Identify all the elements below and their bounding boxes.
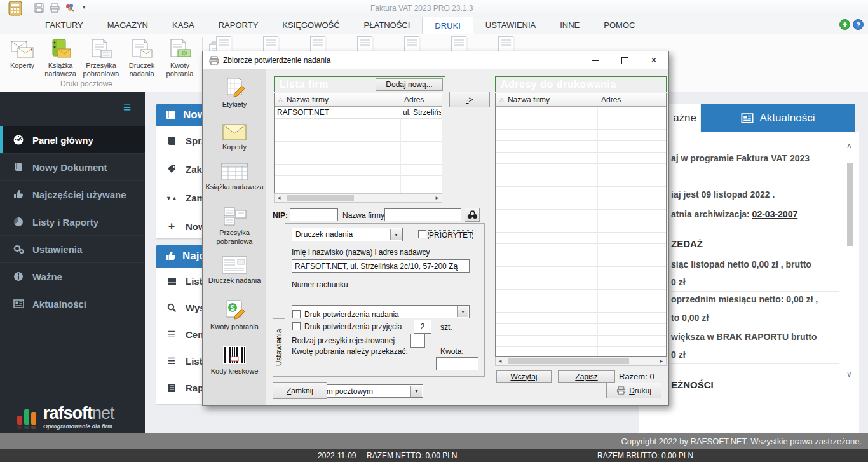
- dialog-nav-ksiazka-nadawcza[interactable]: Książka nadawcza: [203, 158, 266, 192]
- col-header-adres[interactable]: Adres: [400, 93, 442, 106]
- priorytet-label[interactable]: PRIORYTET: [429, 231, 472, 240]
- rodzaj-input[interactable]: [410, 334, 425, 348]
- tab-aktualnosci[interactable]: Aktualności: [701, 104, 855, 132]
- col-header-nazwa-firmy[interactable]: △Nazwa firmy: [275, 93, 400, 106]
- divider: [671, 184, 839, 184]
- dialog-nav-przesylka-pobraniowa[interactable]: Przesyłka pobraniowa: [203, 204, 266, 247]
- wczytaj-button[interactable]: Wczytaj: [496, 370, 552, 383]
- druk-nadania-checkbox[interactable]: [292, 310, 301, 318]
- print-icon[interactable]: [50, 3, 60, 15]
- menu-ustawienia[interactable]: USTAWIENIA: [473, 17, 548, 34]
- menu-magazyn[interactable]: MAGAZYN: [95, 17, 160, 34]
- ribbon-button-label: Książka nadawcza: [42, 62, 79, 78]
- sales-heading: ZEDAŻ: [671, 238, 703, 249]
- dialog-nav-etykiety[interactable]: Etykiety: [203, 76, 266, 109]
- ribbon-button-label: Druczek nadania: [123, 62, 160, 78]
- chevron-down-icon[interactable]: ▼: [410, 386, 422, 397]
- menu-kasa[interactable]: KASA: [160, 17, 207, 34]
- sidebar-item-panel-glowny[interactable]: Panel główny: [0, 126, 145, 153]
- menu-druki[interactable]: DRUKI: [422, 17, 473, 34]
- ribbon-przesylka-pobraniowa-button[interactable]: Przesyłka pobraniowa: [80, 37, 122, 78]
- ribbon-kwoty-pobrania-button[interactable]: Kwoty pobrania: [161, 37, 198, 78]
- menu-bar: FAKTURY MAGAZYN KASA RAPORTY KSIĘGOWOŚĆ …: [0, 17, 868, 34]
- book-icon: [165, 136, 178, 146]
- ribbon-druczek-nadania-button[interactable]: Druczek nadania: [123, 37, 160, 78]
- maximize-button[interactable]: [615, 53, 634, 67]
- archive-date-link[interactable]: 02-03-2007: [752, 209, 798, 219]
- scroll-down-icon[interactable]: ∨: [846, 370, 852, 379]
- scroll-left-icon[interactable]: ◄: [275, 194, 283, 202]
- kwota-label: Kwota:: [440, 347, 464, 356]
- menu-faktury[interactable]: FAKTURY: [33, 17, 95, 34]
- logo-tagline: Oprogramowanie dla firm: [43, 423, 114, 430]
- menu-pomoc[interactable]: POMOC: [592, 17, 647, 34]
- minimize-button[interactable]: [586, 53, 605, 67]
- chevron-down-icon[interactable]: ▼: [390, 229, 402, 240]
- dialog-nav-druczek-nadania[interactable]: Druczek nadania: [203, 252, 266, 285]
- quickbar-dropdown-icon[interactable]: ▾: [83, 4, 86, 10]
- hamburger-icon[interactable]: ≡: [123, 100, 131, 115]
- zamknij-button[interactable]: Zamknij: [273, 382, 327, 399]
- sidebar-item-label: Ustawienia: [32, 244, 82, 255]
- ribbon-ksiazka-nadawcza-button[interactable]: Książka nadawcza: [42, 37, 79, 78]
- table-row[interactable]: RAFSOFT.NET ul. Strzelińska: [275, 107, 442, 119]
- nip-input[interactable]: [290, 208, 338, 221]
- lista-firm-table[interactable]: △Nazwa firmy Adres RAFSOFT.NET ul. Strze…: [274, 93, 442, 193]
- kwota-input[interactable]: [436, 357, 478, 370]
- scroll-left-icon[interactable]: ◄: [496, 357, 505, 365]
- razem-label: Razem: 0: [619, 372, 654, 381]
- newspaper-icon: [13, 299, 24, 308]
- lista-firm-hscrollbar[interactable]: ◄ ►: [274, 193, 442, 203]
- sidebar-item-aktualnosci[interactable]: Aktualności: [0, 290, 145, 317]
- dodaj-nowa-button[interactable]: Dodaj nową...: [376, 78, 443, 91]
- druk-nadania-label[interactable]: Druk potwierdzenia nadania: [304, 310, 399, 319]
- zapisz-button[interactable]: Zapisz: [558, 370, 615, 383]
- menu-raporty[interactable]: RAPORTY: [207, 17, 271, 34]
- scroll-up-icon[interactable]: ∧: [846, 141, 852, 150]
- close-button[interactable]: ×: [644, 53, 663, 67]
- sidebar-item-wazne[interactable]: Ważne: [0, 262, 145, 290]
- scroll-right-icon[interactable]: ►: [657, 357, 666, 365]
- sidebar-item-ustawienia[interactable]: Ustawienia: [0, 235, 145, 262]
- col-header-nazwa-firmy[interactable]: △Nazwa firmy: [496, 93, 597, 106]
- tools-icon[interactable]: [65, 3, 75, 15]
- scrollbar-thumb[interactable]: [508, 358, 629, 364]
- adresy-hscrollbar[interactable]: ◄ ►: [495, 357, 667, 366]
- scroll-right-icon[interactable]: ►: [433, 194, 442, 202]
- move-right-button[interactable]: ->: [449, 92, 490, 107]
- menu-platnosci[interactable]: PŁATNOŚCI: [352, 17, 423, 34]
- qty-input[interactable]: [414, 320, 431, 334]
- druk-przyjecia-label[interactable]: Druk potwierdzenia przyjęcia: [304, 322, 402, 331]
- sender-input[interactable]: [292, 259, 470, 273]
- search-company-button[interactable]: [465, 208, 480, 222]
- chevron-down-icon[interactable]: ▼: [457, 306, 468, 317]
- sidebar-item-label: Nowy Dokument: [32, 162, 107, 173]
- menu-ksiegowosc[interactable]: KSIĘGOWOŚĆ: [270, 17, 351, 34]
- ribbon-koperty-button[interactable]: Koperty: [4, 37, 41, 70]
- adresy-header: Adresy do drukowania: [495, 76, 667, 92]
- update-status-icon[interactable]: [839, 19, 850, 32]
- sidebar-item-listy-i-raporty[interactable]: Listy i Raporty: [0, 208, 145, 235]
- save-icon[interactable]: [34, 3, 44, 15]
- doc-type-select[interactable]: Druczek nadania▼: [292, 228, 403, 241]
- dialog-title-bar[interactable]: Zbiorcze potwierdzenie nadania ×: [203, 51, 668, 69]
- sidebar-item-nowy-dokument[interactable]: Nowy Dokument: [0, 153, 145, 180]
- help-icon[interactable]: ?: [853, 19, 864, 32]
- dialog-nav-kwoty-pobrania[interactable]: $ Kwoty pobrania: [203, 298, 266, 332]
- priorytet-checkbox[interactable]: [418, 230, 426, 238]
- nazwa-firmy-input[interactable]: [384, 208, 461, 221]
- ustawienia-vertical-tab[interactable]: Ustawienia: [273, 318, 285, 377]
- menu-inne[interactable]: INNE: [548, 17, 592, 34]
- sidebar-item-label: Panel główny: [32, 135, 93, 146]
- druk-przyjecia-checkbox[interactable]: [292, 322, 301, 330]
- scrollbar-thumb[interactable]: [847, 163, 853, 246]
- adresy-table[interactable]: △Nazwa firmy Adres: [495, 93, 667, 357]
- dialog-nav-koperty[interactable]: Koperty: [203, 118, 266, 152]
- drukuj-button[interactable]: Drukuj: [606, 383, 661, 398]
- sidebar-item-najczesciej-uzywane[interactable]: Najczęściej używane: [0, 180, 145, 208]
- col-header-adres[interactable]: Adres: [597, 93, 666, 106]
- divider: [671, 291, 839, 292]
- scrollbar-thumb[interactable]: [287, 195, 354, 201]
- dialog-nav-kody-kreskowe[interactable]: Kody kreskowe: [203, 343, 266, 376]
- right-panel-scrollbar[interactable]: ∧ ∨: [845, 141, 855, 383]
